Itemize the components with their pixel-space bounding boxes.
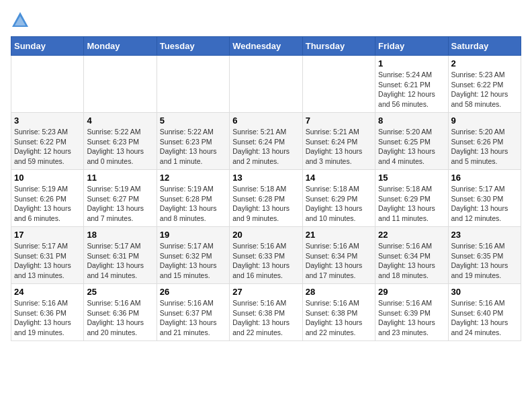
calendar-cell: 30Sunrise: 5:16 AMSunset: 6:40 PMDayligh… [448, 284, 521, 341]
day-number: 28 [306, 287, 372, 297]
weekday-header-saturday: Saturday [448, 37, 521, 56]
calendar-cell: 11Sunrise: 5:19 AMSunset: 6:27 PMDayligh… [84, 170, 157, 227]
day-number: 2 [451, 58, 518, 68]
calendar-cell: 10Sunrise: 5:19 AMSunset: 6:26 PMDayligh… [11, 170, 84, 227]
calendar-cell: 4Sunrise: 5:22 AMSunset: 6:23 PMDaylight… [84, 113, 157, 170]
day-number: 19 [160, 230, 226, 240]
day-info: Sunrise: 5:16 AMSunset: 6:38 PMDaylight:… [232, 298, 299, 338]
weekday-header-wednesday: Wednesday [230, 37, 302, 56]
calendar-week-row: 24Sunrise: 5:16 AMSunset: 6:36 PMDayligh… [11, 284, 521, 341]
day-number: 7 [306, 116, 372, 126]
day-number: 4 [87, 116, 153, 126]
day-info: Sunrise: 5:21 AMSunset: 6:24 PMDaylight:… [232, 127, 299, 167]
calendar-cell: 17Sunrise: 5:17 AMSunset: 6:31 PMDayligh… [11, 227, 84, 284]
day-info: Sunrise: 5:16 AMSunset: 6:38 PMDaylight:… [306, 298, 372, 338]
calendar-cell: 9Sunrise: 5:20 AMSunset: 6:26 PMDaylight… [448, 113, 521, 170]
day-info: Sunrise: 5:20 AMSunset: 6:25 PMDaylight:… [378, 127, 445, 167]
calendar-cell: 20Sunrise: 5:16 AMSunset: 6:33 PMDayligh… [230, 227, 302, 284]
page-header [11, 11, 521, 30]
day-info: Sunrise: 5:18 AMSunset: 6:29 PMDaylight:… [378, 184, 445, 224]
calendar-cell: 28Sunrise: 5:16 AMSunset: 6:38 PMDayligh… [302, 284, 375, 341]
day-info: Sunrise: 5:16 AMSunset: 6:35 PMDaylight:… [451, 241, 518, 281]
calendar-cell: 5Sunrise: 5:22 AMSunset: 6:23 PMDaylight… [157, 113, 229, 170]
day-number: 9 [451, 116, 518, 126]
calendar-cell: 16Sunrise: 5:17 AMSunset: 6:30 PMDayligh… [448, 170, 521, 227]
day-number: 26 [160, 287, 226, 297]
day-info: Sunrise: 5:16 AMSunset: 6:40 PMDaylight:… [451, 298, 518, 338]
calendar-cell [11, 56, 84, 113]
calendar-cell: 18Sunrise: 5:17 AMSunset: 6:31 PMDayligh… [84, 227, 157, 284]
calendar-week-row: 1Sunrise: 5:24 AMSunset: 6:21 PMDaylight… [11, 56, 521, 113]
calendar-cell: 14Sunrise: 5:18 AMSunset: 6:29 PMDayligh… [302, 170, 375, 227]
calendar-cell: 15Sunrise: 5:18 AMSunset: 6:29 PMDayligh… [375, 170, 448, 227]
calendar-week-row: 10Sunrise: 5:19 AMSunset: 6:26 PMDayligh… [11, 170, 521, 227]
day-number: 24 [14, 287, 81, 297]
calendar-cell [302, 56, 375, 113]
day-info: Sunrise: 5:23 AMSunset: 6:22 PMDaylight:… [451, 70, 518, 109]
day-info: Sunrise: 5:23 AMSunset: 6:22 PMDaylight:… [14, 127, 81, 167]
weekday-header-row: SundayMondayTuesdayWednesdayThursdayFrid… [11, 37, 521, 56]
day-number: 11 [87, 173, 153, 183]
day-number: 15 [378, 173, 445, 183]
calendar-cell: 2Sunrise: 5:23 AMSunset: 6:22 PMDaylight… [448, 56, 521, 113]
day-info: Sunrise: 5:22 AMSunset: 6:23 PMDaylight:… [160, 127, 226, 167]
day-info: Sunrise: 5:16 AMSunset: 6:34 PMDaylight:… [378, 241, 445, 281]
calendar-week-row: 3Sunrise: 5:23 AMSunset: 6:22 PMDaylight… [11, 113, 521, 170]
calendar-cell: 26Sunrise: 5:16 AMSunset: 6:37 PMDayligh… [157, 284, 229, 341]
logo-icon [11, 11, 30, 30]
day-number: 22 [378, 230, 445, 240]
day-number: 17 [14, 230, 81, 240]
calendar-cell: 6Sunrise: 5:21 AMSunset: 6:24 PMDaylight… [230, 113, 302, 170]
calendar-cell: 22Sunrise: 5:16 AMSunset: 6:34 PMDayligh… [375, 227, 448, 284]
day-info: Sunrise: 5:22 AMSunset: 6:23 PMDaylight:… [87, 127, 153, 167]
calendar-cell: 12Sunrise: 5:19 AMSunset: 6:28 PMDayligh… [157, 170, 229, 227]
day-info: Sunrise: 5:18 AMSunset: 6:29 PMDaylight:… [306, 184, 372, 224]
day-info: Sunrise: 5:17 AMSunset: 6:31 PMDaylight:… [14, 241, 81, 281]
day-info: Sunrise: 5:16 AMSunset: 6:39 PMDaylight:… [378, 298, 445, 338]
calendar-cell: 29Sunrise: 5:16 AMSunset: 6:39 PMDayligh… [375, 284, 448, 341]
day-number: 1 [378, 58, 445, 68]
day-number: 21 [306, 230, 372, 240]
calendar-cell: 21Sunrise: 5:16 AMSunset: 6:34 PMDayligh… [302, 227, 375, 284]
calendar-cell: 25Sunrise: 5:16 AMSunset: 6:36 PMDayligh… [84, 284, 157, 341]
day-number: 16 [451, 173, 518, 183]
calendar-cell: 27Sunrise: 5:16 AMSunset: 6:38 PMDayligh… [230, 284, 302, 341]
calendar-cell: 8Sunrise: 5:20 AMSunset: 6:25 PMDaylight… [375, 113, 448, 170]
day-info: Sunrise: 5:17 AMSunset: 6:32 PMDaylight:… [160, 241, 226, 281]
calendar-cell: 19Sunrise: 5:17 AMSunset: 6:32 PMDayligh… [157, 227, 229, 284]
weekday-header-tuesday: Tuesday [157, 37, 229, 56]
day-number: 20 [232, 230, 299, 240]
day-info: Sunrise: 5:16 AMSunset: 6:36 PMDaylight:… [14, 298, 81, 338]
calendar-week-row: 17Sunrise: 5:17 AMSunset: 6:31 PMDayligh… [11, 227, 521, 284]
calendar-cell: 24Sunrise: 5:16 AMSunset: 6:36 PMDayligh… [11, 284, 84, 341]
day-info: Sunrise: 5:19 AMSunset: 6:26 PMDaylight:… [14, 184, 81, 224]
day-number: 27 [232, 287, 299, 297]
day-info: Sunrise: 5:17 AMSunset: 6:31 PMDaylight:… [87, 241, 153, 281]
day-info: Sunrise: 5:17 AMSunset: 6:30 PMDaylight:… [451, 184, 518, 224]
day-number: 25 [87, 287, 153, 297]
day-info: Sunrise: 5:19 AMSunset: 6:27 PMDaylight:… [87, 184, 153, 224]
calendar-cell: 3Sunrise: 5:23 AMSunset: 6:22 PMDaylight… [11, 113, 84, 170]
day-number: 23 [451, 230, 518, 240]
day-number: 8 [378, 116, 445, 126]
day-number: 12 [160, 173, 226, 183]
day-info: Sunrise: 5:21 AMSunset: 6:24 PMDaylight:… [306, 127, 372, 167]
day-number: 5 [160, 116, 226, 126]
calendar-cell: 7Sunrise: 5:21 AMSunset: 6:24 PMDaylight… [302, 113, 375, 170]
day-info: Sunrise: 5:16 AMSunset: 6:36 PMDaylight:… [87, 298, 153, 338]
weekday-header-thursday: Thursday [302, 37, 375, 56]
calendar-cell: 1Sunrise: 5:24 AMSunset: 6:21 PMDaylight… [375, 56, 448, 113]
day-number: 3 [14, 116, 81, 126]
day-number: 10 [14, 173, 81, 183]
calendar-cell [157, 56, 229, 113]
calendar-cell [230, 56, 302, 113]
day-info: Sunrise: 5:16 AMSunset: 6:34 PMDaylight:… [306, 241, 372, 281]
calendar-cell: 13Sunrise: 5:18 AMSunset: 6:28 PMDayligh… [230, 170, 302, 227]
day-info: Sunrise: 5:24 AMSunset: 6:21 PMDaylight:… [378, 70, 445, 109]
calendar-table: SundayMondayTuesdayWednesdayThursdayFrid… [11, 36, 521, 341]
day-number: 18 [87, 230, 153, 240]
day-number: 6 [232, 116, 299, 126]
calendar-cell [84, 56, 157, 113]
weekday-header-sunday: Sunday [11, 37, 84, 56]
day-info: Sunrise: 5:20 AMSunset: 6:26 PMDaylight:… [451, 127, 518, 167]
